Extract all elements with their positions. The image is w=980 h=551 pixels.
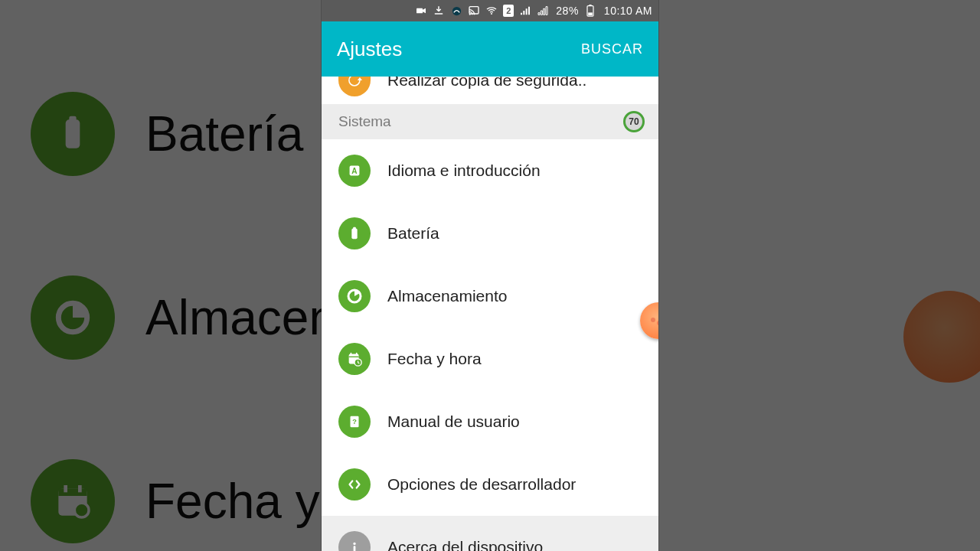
- search-button[interactable]: BUSCAR: [581, 41, 643, 57]
- app-icon: [450, 5, 462, 17]
- date-time-icon: [338, 343, 371, 375]
- page-title: Ajustes: [337, 37, 402, 61]
- wifi-icon: [485, 5, 498, 17]
- svg-point-9: [452, 6, 461, 15]
- settings-item-desarrollador[interactable]: Opciones de desarrollador: [322, 453, 658, 516]
- section-title: Sistema: [338, 113, 391, 130]
- battery-percent: 28%: [556, 5, 579, 17]
- svg-rect-14: [589, 5, 591, 6]
- svg-rect-6: [78, 485, 82, 492]
- developer-icon: [338, 468, 371, 500]
- settings-item-manual[interactable]: ? Manual de usuario: [322, 390, 658, 453]
- manual-icon: ?: [338, 406, 371, 438]
- settings-item-bateria[interactable]: Batería: [322, 202, 658, 265]
- settings-item-idioma[interactable]: A Idioma e introducción: [322, 139, 658, 202]
- clock-time: 10:10 AM: [604, 5, 652, 17]
- settings-item-label: Manual de usuario: [387, 412, 520, 431]
- date-time-icon: [31, 459, 115, 543]
- battery-icon: [31, 92, 115, 176]
- svg-point-12: [491, 13, 492, 15]
- signal-icon: [519, 5, 531, 17]
- svg-rect-8: [416, 8, 423, 14]
- svg-point-7: [74, 503, 89, 517]
- settings-item-label: Batería: [387, 224, 439, 243]
- phone-screen: 2 28% 10:10 AM Ajustes BUSCAR Realizar c…: [322, 0, 658, 551]
- section-badge[interactable]: 70: [623, 111, 645, 132]
- svg-point-2: [58, 303, 87, 331]
- svg-rect-5: [64, 485, 67, 492]
- settings-item-label: Idioma e introducción: [387, 161, 541, 180]
- svg-point-11: [469, 14, 471, 15]
- svg-rect-1: [69, 116, 76, 122]
- settings-item-acerca[interactable]: Acerca del dispositivo: [322, 516, 658, 551]
- settings-item-label: Acerca del dispositivo: [387, 538, 543, 551]
- storage-icon: [338, 280, 371, 312]
- section-header-sistema: Sistema 70: [322, 104, 658, 139]
- settings-item-label: Fecha y hora: [387, 350, 482, 368]
- svg-text:?: ?: [352, 418, 357, 425]
- svg-point-28: [353, 543, 355, 545]
- svg-rect-18: [351, 229, 357, 240]
- battery-icon: [338, 217, 371, 249]
- storage-icon: [31, 276, 115, 360]
- svg-rect-15: [588, 12, 593, 15]
- settings-item-fecha[interactable]: Fecha y hora: [322, 328, 658, 390]
- battery-icon: [584, 5, 596, 17]
- settings-item-almacenamiento[interactable]: Almacenamiento: [322, 265, 658, 328]
- settings-item-label: Realizar copia de segurida..: [387, 77, 586, 90]
- cast-icon: [468, 5, 480, 17]
- svg-rect-3: [58, 489, 87, 516]
- signal-outline-icon: [537, 5, 549, 17]
- svg-rect-0: [66, 119, 80, 148]
- svg-rect-22: [351, 353, 352, 356]
- download-icon: [433, 5, 445, 17]
- video-icon: [415, 5, 427, 17]
- svg-rect-19: [353, 227, 356, 230]
- settings-item-label: Opciones de desarrollador: [387, 475, 576, 494]
- language-icon: A: [338, 155, 371, 187]
- svg-rect-29: [354, 546, 356, 551]
- status-bar: 2 28% 10:10 AM: [322, 0, 658, 21]
- sim-indicator: 2: [503, 5, 514, 17]
- svg-rect-4: [58, 489, 87, 496]
- backup-icon: [338, 77, 371, 96]
- svg-text:A: A: [351, 167, 358, 175]
- settings-list[interactable]: Realizar copia de segurida.. Sistema 70 …: [322, 77, 658, 551]
- app-bar: Ajustes BUSCAR: [322, 21, 658, 77]
- svg-rect-23: [356, 353, 358, 356]
- settings-item-backup[interactable]: Realizar copia de segurida..: [322, 77, 658, 104]
- bg-label: Batería: [145, 106, 303, 162]
- settings-item-label: Almacenamiento: [387, 287, 507, 305]
- info-icon: [338, 531, 371, 551]
